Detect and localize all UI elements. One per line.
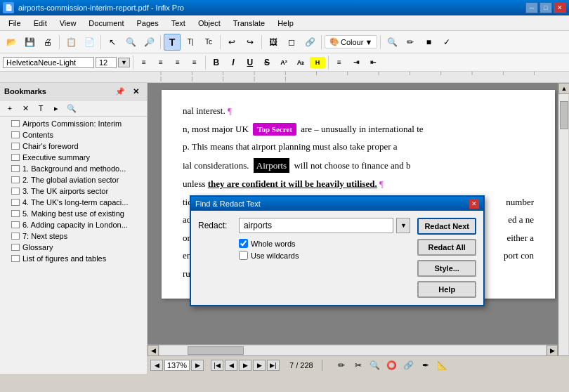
indent-button[interactable]: ⇥	[348, 55, 364, 70]
font-name-input[interactable]	[3, 57, 94, 68]
scroll-up-button[interactable]: ▲	[558, 83, 569, 94]
replace-button[interactable]: ✏	[402, 34, 419, 51]
link-tool[interactable]: 🔗	[301, 34, 318, 51]
list-item[interactable]: 2. The global aviation sector	[0, 174, 147, 185]
prev-page-button[interactable]: ◀	[225, 360, 237, 371]
help-button[interactable]: Help	[417, 281, 476, 298]
open-button[interactable]: 📂	[3, 34, 20, 51]
menu-translate[interactable]: Translate	[228, 18, 270, 29]
list-item[interactable]: 1. Background and methodo...	[0, 163, 147, 174]
bookmark-add-button[interactable]: +	[3, 102, 17, 115]
colour-button[interactable]: 🎨 Colour ▼	[325, 35, 377, 48]
redact-all-button[interactable]: Redact All	[417, 239, 476, 256]
document-area[interactable]: nal interest. ¶ n, most major UK Top Sec…	[148, 83, 569, 374]
bookmark-collapse-button[interactable]: ▸	[49, 102, 63, 115]
list-item[interactable]: 7: Next steps	[0, 230, 147, 242]
print-button[interactable]: 🖨	[39, 34, 56, 51]
scroll-thumb[interactable]	[560, 101, 568, 129]
text-tool[interactable]: T	[164, 34, 181, 51]
outdent-button[interactable]: ⇤	[365, 55, 381, 70]
superscript-button[interactable]: A²	[276, 55, 292, 70]
status-tool-7[interactable]: 📐	[435, 358, 450, 372]
close-button[interactable]: ✕	[554, 2, 566, 13]
status-tool-2[interactable]: ✂	[351, 358, 366, 372]
menu-edit[interactable]: Edit	[28, 18, 53, 29]
zoom-in-tool[interactable]: 🔍	[122, 34, 139, 51]
vertical-scrollbar[interactable]: ▲ ▼	[558, 83, 569, 374]
menu-view[interactable]: View	[54, 18, 82, 29]
zoom-out-tool[interactable]: 🔎	[140, 34, 157, 51]
list-item[interactable]: Chair's foreword	[0, 141, 147, 152]
zoom-out-button[interactable]: ◀	[150, 360, 163, 371]
list-item[interactable]: List of figures and tables	[0, 253, 147, 264]
list-item[interactable]: Executive summary	[0, 152, 147, 163]
h-scroll-track[interactable]	[159, 346, 546, 355]
status-tool-3[interactable]: 🔍	[367, 358, 383, 372]
list-item[interactable]: Airports Commission: Interim	[0, 118, 147, 129]
menu-pages[interactable]: Pages	[131, 18, 164, 29]
menu-document[interactable]: Document	[83, 18, 129, 29]
redact-next-button[interactable]: Redact Next	[417, 218, 476, 235]
first-page-button[interactable]: |◀	[211, 360, 223, 371]
align-right-button[interactable]: ≡	[170, 55, 185, 70]
font-size-dropdown[interactable]: ▼	[118, 58, 130, 67]
status-tool-5[interactable]: 🔗	[401, 358, 417, 372]
underline-button[interactable]: U	[242, 55, 258, 70]
bookmark-expand-button[interactable]: 🔍	[65, 102, 79, 115]
align-left-button[interactable]: ≡	[136, 55, 152, 70]
last-page-button[interactable]: ▶|	[267, 360, 280, 371]
text-frame-tool[interactable]: T|	[182, 34, 199, 51]
spell-button[interactable]: ✓	[438, 34, 455, 51]
dialog-close-button[interactable]: ✕	[469, 199, 479, 209]
play-button[interactable]: ▶	[239, 360, 251, 371]
cursor-tool[interactable]: ↖	[104, 34, 121, 51]
status-tool-4[interactable]: ⭕	[384, 358, 400, 372]
zoom-in-button[interactable]: ▶	[191, 360, 204, 371]
next-page-button[interactable]: ▶	[253, 360, 266, 371]
menu-file[interactable]: File	[3, 18, 27, 29]
status-tool-1[interactable]: ✏	[334, 358, 349, 372]
subscript-button[interactable]: A₂	[293, 55, 308, 70]
paste-button[interactable]: 📄	[81, 34, 98, 51]
horizontal-scrollbar[interactable]: ◀ ▶	[148, 344, 558, 355]
text-fit-tool[interactable]: Tc	[200, 34, 217, 51]
shape-tool[interactable]: ◻	[283, 34, 300, 51]
list-item[interactable]: 4. The UK's long-term capaci...	[0, 197, 147, 208]
align-justify-button[interactable]: ≡	[187, 55, 202, 70]
menu-object[interactable]: Object	[192, 18, 226, 29]
list-item[interactable]: 6. Adding capacity in London...	[0, 219, 147, 230]
list-item[interactable]: Glossary	[0, 242, 147, 253]
h-scroll-thumb[interactable]	[188, 346, 244, 355]
scroll-track[interactable]	[559, 94, 568, 362]
bookmarks-pin-button[interactable]: 📌	[113, 85, 127, 98]
list-item[interactable]: 3. The UK airports sector	[0, 185, 147, 197]
use-wildcards-checkbox[interactable]	[239, 251, 248, 260]
find-button[interactable]: 🔍	[384, 34, 400, 51]
italic-button[interactable]: I	[225, 55, 241, 70]
scroll-left-button[interactable]: ◀	[148, 345, 159, 356]
minimize-button[interactable]: ─	[525, 2, 538, 13]
redact-button[interactable]: ■	[420, 34, 437, 51]
menu-help[interactable]: Help	[272, 18, 299, 29]
font-size-input[interactable]	[96, 57, 117, 68]
strikethrough-button[interactable]: S	[259, 55, 275, 70]
maximize-button[interactable]: □	[539, 2, 552, 13]
redact-dropdown-button[interactable]: ▼	[396, 218, 410, 233]
list-button[interactable]: ≡	[332, 55, 347, 70]
undo-button[interactable]: ↩	[223, 34, 240, 51]
status-tool-6[interactable]: ✒	[418, 358, 433, 372]
menu-text[interactable]: Text	[166, 18, 191, 29]
bookmark-rename-button[interactable]: T	[34, 102, 48, 115]
bookmark-delete-button[interactable]: ✕	[18, 102, 32, 115]
redo-button[interactable]: ↪	[242, 34, 259, 51]
list-item[interactable]: 5. Making best use of existing	[0, 208, 147, 219]
copy-button[interactable]: 📋	[63, 34, 79, 51]
scroll-right-button[interactable]: ▶	[547, 345, 558, 356]
redact-input[interactable]	[239, 218, 393, 233]
bookmarks-close-button[interactable]: ✕	[129, 85, 143, 98]
align-center-button[interactable]: ≡	[153, 55, 169, 70]
bold-button[interactable]: B	[209, 55, 224, 70]
image-tool[interactable]: 🖼	[265, 34, 282, 51]
highlight-button[interactable]: H	[310, 57, 325, 68]
save-button[interactable]: 💾	[21, 34, 38, 51]
